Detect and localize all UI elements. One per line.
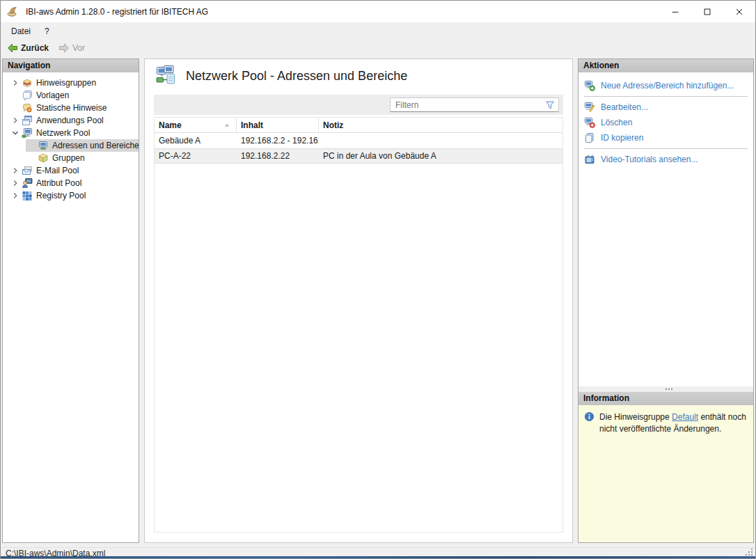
- menu-help[interactable]: ?: [38, 22, 56, 40]
- actions-list: Neue Adresse/Bereich hinzufügen...Bearbe…: [578, 72, 753, 386]
- back-button-label: Zurück: [21, 43, 49, 53]
- sidebar-item-hinweisgruppen[interactable]: Hinweisgruppen: [3, 77, 139, 89]
- sidebar-item-e-mail-pool[interactable]: E-Mail Pool: [3, 164, 139, 177]
- minimize-button[interactable]: [659, 1, 691, 22]
- action-label: Bearbeiten...: [601, 102, 648, 112]
- sort-asc-icon: [222, 120, 232, 130]
- copy-id-icon: [584, 132, 595, 143]
- action-bearbeiten[interactable]: Bearbeiten...: [578, 100, 753, 115]
- forward-arrow-icon: [58, 42, 70, 54]
- information-text: Die Hinweisgruppe Default enthält noch n…: [599, 411, 747, 436]
- table-body: Gebäude A192.168.2.2 - 192.16...PC-A-221…: [155, 133, 562, 164]
- action-label: Neue Adresse/Bereich hinzufügen...: [601, 81, 734, 90]
- sidebar-item-vorlagen[interactable]: Vorlagen: [3, 89, 139, 102]
- sidebar-item-netzwerk-pool[interactable]: Netzwerk Pool: [3, 127, 139, 139]
- sidebar-item-label: E-Mail Pool: [36, 166, 79, 175]
- sidebar-item-label: Attribut Pool: [36, 178, 81, 188]
- sidebar-item-label: Statische Hinweise: [36, 103, 107, 113]
- filter-bar: [154, 95, 563, 115]
- chevron-right-icon[interactable]: [10, 178, 21, 189]
- sidebar-item-adressen-und-bereiche[interactable]: Adressen und Bereiche: [26, 139, 139, 152]
- sidebar-item-label: Vorlagen: [36, 90, 69, 100]
- chevron-right-icon[interactable]: [10, 190, 21, 201]
- sidebar-item-anwendungs-pool[interactable]: Anwendungs Pool: [3, 114, 139, 127]
- action-löschen[interactable]: Löschen: [578, 115, 753, 130]
- main-panel: Netzwerk Pool - Adressen und Bereiche Na…: [144, 58, 573, 543]
- tree-indent: [26, 140, 37, 151]
- default-group-link[interactable]: Default: [672, 412, 698, 422]
- table-cell: [319, 133, 562, 148]
- documents-icon: [22, 90, 33, 101]
- chevron-right-icon[interactable]: [10, 115, 21, 126]
- column-header-label: Inhalt: [241, 120, 263, 130]
- action-neue-adresse-bereich-hinzufügen[interactable]: Neue Adresse/Bereich hinzufügen...: [578, 78, 753, 93]
- sidebar-item-gruppen[interactable]: Gruppen: [26, 152, 139, 164]
- page-title-row: Netzwerk Pool - Adressen und Bereiche: [155, 65, 407, 87]
- information-header: Information: [578, 392, 753, 405]
- windows-icon: [22, 115, 33, 126]
- add-address-icon: [584, 80, 595, 91]
- static-hint-icon: [22, 102, 33, 113]
- network-pool-header-icon: [155, 65, 178, 87]
- filter-input[interactable]: [391, 100, 544, 110]
- address-table: NameInhaltNotiz Gebäude A192.168.2.2 - 1…: [154, 117, 563, 533]
- resize-grip-icon[interactable]: [745, 548, 753, 556]
- forward-button[interactable]: Vor: [56, 42, 88, 54]
- table-cell: 192.168.2.2 - 192.16...: [237, 133, 319, 148]
- menubar: Datei ?: [1, 22, 755, 40]
- sidebar-item-label: Registry Pool: [36, 191, 86, 200]
- navigation-header: Navigation: [3, 59, 139, 72]
- filter-icon[interactable]: [544, 100, 556, 111]
- action-label: Video-Tutorials ansehen...: [601, 155, 698, 164]
- network-icon: [22, 127, 33, 139]
- info-text-before: Die Hinweisgruppe: [599, 412, 672, 422]
- edit-icon: [584, 102, 595, 113]
- titlebar: IBI-aws Admin 1.28.0 - registriert für I…: [1, 1, 755, 22]
- table-cell: PC-A-22: [155, 149, 237, 163]
- table-cell: PC in der Aula von Gebäude A: [319, 149, 562, 163]
- sidebar-item-registry-pool[interactable]: Registry Pool: [3, 189, 139, 202]
- nav-toolbar: Zurück Vor: [1, 40, 755, 56]
- table-row[interactable]: PC-A-22192.168.2.22PC in der Aula von Ge…: [155, 148, 562, 164]
- back-button[interactable]: Zurück: [4, 42, 52, 54]
- back-arrow-icon: [7, 42, 18, 54]
- forward-button-label: Vor: [72, 43, 85, 53]
- monitor-icon: [38, 140, 49, 151]
- action-video-tutorials-ansehen[interactable]: Video-Tutorials ansehen...: [578, 152, 753, 167]
- information-panel: Die Hinweisgruppe Default enthält noch n…: [578, 405, 753, 542]
- chevron-right-icon[interactable]: [10, 77, 21, 88]
- table-cell: Gebäude A: [155, 133, 237, 148]
- table-cell: 192.168.2.22: [237, 149, 319, 163]
- sidebar-item-statische-hinweise[interactable]: Statische Hinweise: [3, 102, 139, 114]
- window-controls: [659, 1, 755, 22]
- action-label: ID kopieren: [601, 133, 643, 143]
- column-header-inhalt[interactable]: Inhalt: [237, 118, 319, 132]
- sidebar-item-label: Anwendungs Pool: [36, 116, 104, 125]
- chevron-down-icon[interactable]: [10, 127, 21, 139]
- splitter-grip-icon: [666, 388, 667, 390]
- attribute-icon: [22, 178, 33, 189]
- layers-icon: [22, 77, 33, 88]
- table-row[interactable]: Gebäude A192.168.2.2 - 192.16...: [155, 133, 562, 148]
- info-icon: [584, 411, 594, 422]
- actions-header: Aktionen: [578, 59, 753, 72]
- column-header-label: Name: [159, 120, 182, 130]
- column-header-name[interactable]: Name: [155, 118, 237, 132]
- chevron-right-icon[interactable]: [10, 165, 21, 176]
- column-header-label: Notiz: [323, 120, 343, 130]
- navigation-panel: Navigation HinweisgruppenVorlagenStatisc…: [2, 58, 139, 543]
- sidebar-item-attribut-pool[interactable]: Attribut Pool: [3, 177, 139, 189]
- column-header-notiz[interactable]: Notiz: [319, 118, 562, 132]
- navigation-tree: HinweisgruppenVorlagenStatische Hinweise…: [3, 72, 139, 202]
- close-button[interactable]: [723, 1, 755, 22]
- actions-separator: [584, 96, 748, 97]
- tree-indent: [10, 90, 21, 101]
- maximize-button[interactable]: [691, 1, 723, 22]
- filter-box[interactable]: [390, 97, 559, 112]
- actions-panel: Aktionen Neue Adresse/Bereich hinzufügen…: [578, 58, 754, 543]
- sidebar-item-label: Hinweisgruppen: [36, 78, 96, 88]
- panel-splitter[interactable]: [578, 386, 753, 392]
- action-id-kopieren[interactable]: ID kopieren: [578, 130, 753, 145]
- menu-datei[interactable]: Datei: [4, 22, 38, 40]
- app-window: IBI-aws Admin 1.28.0 - registriert für I…: [0, 0, 756, 559]
